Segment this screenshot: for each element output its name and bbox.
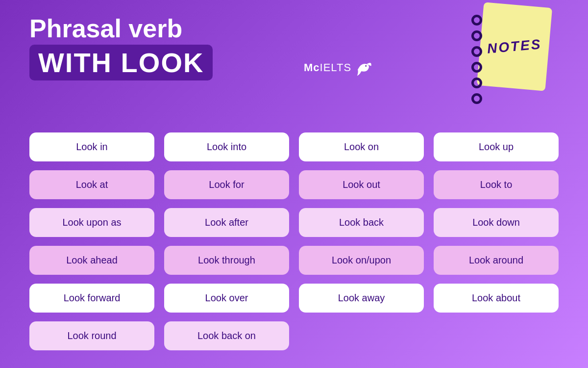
notebook-label: NOTES	[487, 36, 542, 57]
notebook-body: NOTES	[477, 2, 552, 91]
spiral-ring-4	[471, 62, 482, 73]
phrasal-verb-card: Look down	[434, 208, 559, 237]
phrasal-verb-card: Look back	[299, 208, 424, 237]
phrasal-verb-card: Look into	[164, 132, 289, 161]
phrasal-verb-card: Look for	[164, 170, 289, 199]
phrasal-verb-card: Look around	[434, 246, 559, 275]
brand-text: McIELTS	[304, 61, 351, 74]
spiral-ring-2	[471, 30, 482, 41]
phrasal-verb-card: Look after	[164, 208, 289, 237]
phrasal-verb-card: Look about	[434, 284, 559, 313]
spiral-ring-1	[471, 15, 482, 26]
phrasal-verb-card: Look ahead	[29, 246, 154, 275]
phrasal-verb-card: Look forward	[29, 284, 154, 313]
brand-mc: Mc	[304, 61, 320, 74]
header: Phrasal verb WITH LOOK	[29, 15, 213, 80]
cards-grid: Look inLook intoLook onLook upLook atLoo…	[29, 132, 559, 350]
phrasal-verb-card: Look in	[29, 132, 154, 161]
title-line1: Phrasal verb	[29, 15, 213, 43]
phrasal-verb-card: Look round	[29, 321, 154, 350]
phrasal-verb-card: Look on/upon	[299, 246, 424, 275]
phrasal-verb-card: Look on	[299, 132, 424, 161]
bird-icon	[354, 59, 372, 77]
spiral-ring-5	[471, 78, 482, 88]
svg-point-0	[365, 65, 367, 67]
phrasal-verb-card: Look up	[434, 132, 559, 161]
phrasal-verb-card: Look to	[434, 170, 559, 199]
phrasal-verb-card: Look through	[164, 246, 289, 275]
phrasal-verb-card: Look away	[299, 284, 424, 313]
title-line2: WITH LOOK	[38, 47, 204, 78]
spiral-ring-6	[471, 93, 482, 104]
phrasal-verb-card: Look upon as	[29, 208, 154, 237]
brand-ielts: IELTS	[320, 61, 352, 74]
phrasal-verb-card: Look over	[164, 284, 289, 313]
phrasal-verb-card: Look out	[299, 170, 424, 199]
notebook-spiral	[471, 15, 482, 104]
phrasal-verb-card: Look at	[29, 170, 154, 199]
phrasal-verb-card: Look back on	[164, 321, 289, 350]
spiral-ring-3	[471, 46, 482, 57]
notebook-decoration: NOTES	[480, 5, 559, 93]
brand: McIELTS	[304, 59, 372, 77]
title-box: WITH LOOK	[29, 45, 213, 80]
